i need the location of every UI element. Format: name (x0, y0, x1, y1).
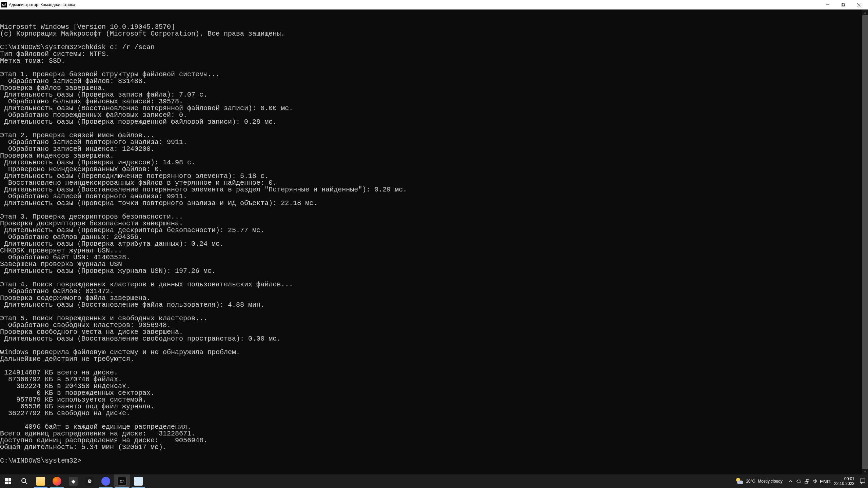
restore-icon (842, 3, 845, 6)
steelseries-icon: ⚙ (85, 477, 94, 486)
scrollbar[interactable]: ▲ ▼ (862, 9, 868, 474)
clock-time: 00:01 (834, 476, 854, 481)
terminal-output: Microsoft Windows [Version 10.0.19045.35… (0, 24, 868, 464)
cloud-icon (796, 479, 802, 484)
svg-rect-7 (805, 482, 808, 483)
svg-rect-8 (806, 480, 809, 481)
notepad-icon (134, 477, 143, 486)
weather-temp: 20°C (746, 479, 755, 484)
tray-language[interactable]: ENG (819, 474, 831, 488)
scroll-thumb[interactable] (862, 15, 868, 469)
start-button[interactable] (0, 474, 16, 488)
windows-icon (5, 478, 11, 484)
title-bar[interactable]: C:\ Администратор: Командная строка (0, 0, 868, 9)
taskbar-firefox[interactable] (49, 474, 65, 488)
taskbar-clock[interactable]: 00:01 22.10.2023 (831, 476, 857, 486)
cmd-taskbar-icon: C:\ (118, 477, 126, 486)
window-title: Администратор: Командная строка (9, 2, 820, 7)
minimize-icon (826, 3, 829, 6)
tray-network[interactable] (803, 474, 811, 488)
terminal-area[interactable]: Microsoft Windows [Version 10.0.19045.35… (0, 9, 868, 474)
maximize-button[interactable] (835, 0, 851, 9)
svg-rect-1 (842, 4, 844, 6)
close-icon (857, 3, 861, 6)
scroll-up-icon[interactable]: ▲ (862, 9, 868, 15)
svg-marker-9 (813, 480, 815, 483)
svg-line-6 (25, 482, 27, 484)
taskbar-discord[interactable] (98, 474, 114, 488)
svg-rect-10 (860, 479, 865, 483)
taskbar: ◆ ⚙ C:\ 20°C Mostly cloudy (0, 474, 868, 488)
taskbar-right: 20°C Mostly cloudy ENG 00:01 22.10.2023 (731, 474, 868, 488)
tray-chevron[interactable] (787, 474, 795, 488)
search-icon (21, 478, 28, 485)
network-icon (804, 479, 810, 484)
language-indicator: ENG (820, 479, 831, 484)
chevron-up-icon (789, 479, 793, 483)
taskbar-steelseries[interactable]: ⚙ (81, 474, 98, 488)
minimize-button[interactable] (820, 0, 835, 9)
firefox-icon (53, 477, 61, 486)
weather-icon (735, 477, 743, 485)
weather-widget[interactable]: 20°C Mostly cloudy (731, 474, 787, 488)
taskbar-left: ◆ ⚙ C:\ (0, 474, 146, 488)
taskbar-app-1[interactable]: ◆ (65, 474, 81, 488)
tray-onedrive[interactable] (795, 474, 803, 488)
search-button[interactable] (16, 474, 33, 488)
window-controls (820, 0, 867, 9)
svg-point-5 (22, 479, 26, 483)
tray-volume[interactable] (811, 474, 819, 488)
notification-center[interactable] (857, 474, 868, 488)
app-icon: ◆ (69, 477, 78, 486)
cmd-icon: C:\ (1, 2, 7, 7)
taskbar-notepad[interactable] (130, 474, 146, 488)
svg-rect-2 (842, 3, 845, 6)
scroll-down-icon[interactable]: ▼ (862, 469, 868, 474)
weather-desc: Mostly cloudy (758, 479, 783, 484)
clock-date: 22.10.2023 (834, 481, 854, 486)
taskbar-cmd[interactable]: C:\ (114, 474, 130, 488)
volume-icon (812, 479, 818, 484)
taskbar-file-explorer[interactable] (33, 474, 49, 488)
folder-icon (36, 477, 45, 486)
discord-icon (101, 477, 110, 486)
close-button[interactable] (851, 0, 867, 9)
notification-icon (860, 478, 866, 484)
